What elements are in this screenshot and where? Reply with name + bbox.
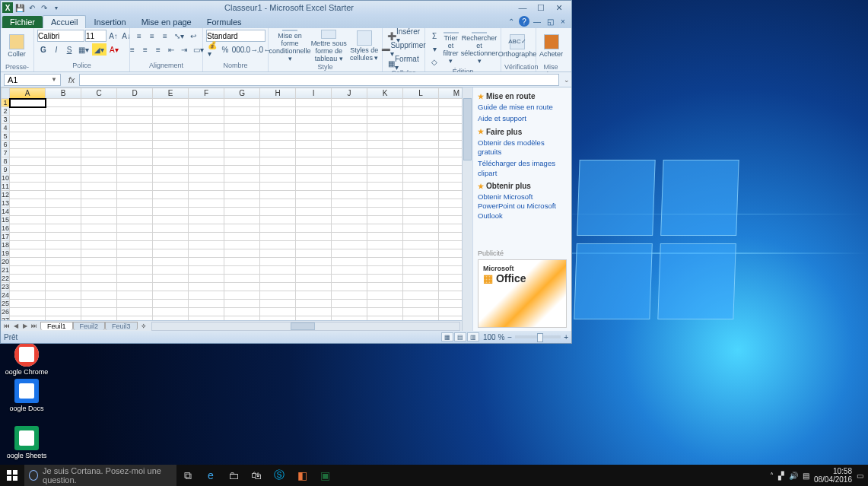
clear-icon[interactable]: ◇	[428, 56, 440, 68]
cell[interactable]	[189, 99, 224, 107]
cell[interactable]	[296, 233, 332, 241]
cell[interactable]	[117, 291, 153, 300]
cell[interactable]	[224, 116, 260, 124]
cell[interactable]	[10, 199, 46, 208]
cell[interactable]	[403, 107, 439, 116]
qat-dropdown-icon[interactable]: ▼	[51, 2, 62, 13]
inc-decimal-icon[interactable]: .0→	[245, 43, 257, 56]
cell[interactable]	[367, 149, 403, 157]
cell[interactable]	[439, 216, 462, 224]
cell[interactable]	[332, 275, 367, 283]
insert-button[interactable]: ➕ Insérer ▾	[385, 30, 422, 42]
app-icon[interactable]: ◧	[291, 465, 313, 486]
cell[interactable]	[153, 216, 189, 224]
cell[interactable]	[153, 157, 189, 166]
cell[interactable]	[224, 124, 260, 132]
cell[interactable]	[224, 166, 260, 174]
view-layout-icon[interactable]: ▤	[454, 332, 466, 341]
cell[interactable]	[117, 191, 153, 199]
titlebar[interactable]: X 💾 ↶ ↷ ▼ Classeur1 - Microsoft Excel St…	[1, 1, 571, 14]
paste-button[interactable]: Coller	[4, 30, 30, 63]
cell[interactable]	[260, 300, 296, 308]
cell[interactable]	[46, 132, 81, 141]
cell[interactable]	[117, 166, 153, 174]
bold-button[interactable]: G	[37, 43, 49, 56]
desktop-icon-docs[interactable]: oogle Docs	[0, 379, 53, 412]
expand-formula-icon[interactable]: ⌄	[562, 76, 571, 84]
cell[interactable]	[367, 199, 403, 208]
cell[interactable]	[10, 283, 46, 291]
select-all-corner[interactable]	[2, 88, 10, 99]
cell[interactable]	[296, 316, 332, 321]
cell[interactable]	[296, 157, 332, 166]
cortana-search[interactable]: Je suis Cortana. Posez-moi une question.	[24, 465, 176, 486]
cell[interactable]	[46, 208, 81, 216]
cell[interactable]	[153, 166, 189, 174]
col-header[interactable]: C	[81, 88, 117, 99]
store-icon[interactable]: 🛍	[245, 465, 268, 486]
cell[interactable]	[81, 174, 117, 183]
cond-format-button[interactable]: Mise en forme conditionnelle ▾	[272, 30, 308, 63]
tray-network-icon[interactable]: ▞	[778, 472, 784, 480]
align-bottom-icon[interactable]: ≡	[159, 30, 171, 42]
cell[interactable]	[189, 174, 224, 183]
align-right-icon[interactable]: ≡	[152, 43, 164, 56]
cell[interactable]	[10, 124, 46, 132]
edge-icon[interactable]: e	[199, 465, 222, 486]
cell[interactable]	[189, 216, 224, 224]
cell[interactable]	[296, 249, 332, 258]
fx-icon[interactable]: fx	[64, 75, 79, 84]
cell[interactable]	[332, 208, 367, 216]
cell[interactable]	[10, 191, 46, 199]
cell[interactable]	[117, 275, 153, 283]
cell[interactable]	[117, 266, 153, 275]
cell[interactable]	[332, 258, 367, 266]
cell[interactable]	[332, 224, 367, 233]
cell[interactable]	[10, 249, 46, 258]
cell[interactable]	[403, 275, 439, 283]
cell[interactable]	[153, 174, 189, 183]
cell[interactable]	[153, 275, 189, 283]
cell[interactable]	[117, 249, 153, 258]
cell[interactable]	[439, 132, 462, 141]
cell[interactable]	[439, 266, 462, 275]
explorer-icon[interactable]: 🗀	[222, 465, 245, 486]
cell[interactable]	[367, 249, 403, 258]
cell[interactable]	[332, 241, 367, 249]
cell[interactable]	[367, 116, 403, 124]
cell[interactable]	[189, 166, 224, 174]
cell[interactable]	[81, 258, 117, 266]
cell[interactable]	[260, 157, 296, 166]
cell[interactable]	[403, 132, 439, 141]
cell[interactable]	[224, 241, 260, 249]
cell[interactable]	[260, 308, 296, 316]
cell[interactable]	[403, 258, 439, 266]
qat-undo-icon[interactable]: ↶	[27, 2, 37, 13]
excel-taskbar-icon[interactable]: ▣	[313, 465, 336, 486]
cell[interactable]	[296, 141, 332, 149]
row-header[interactable]: 16	[2, 224, 10, 233]
zoom-out-icon[interactable]: −	[507, 333, 512, 341]
cell[interactable]	[189, 241, 224, 249]
cell-styles-button[interactable]: Styles de cellules ▾	[349, 30, 379, 63]
cell[interactable]	[332, 308, 367, 316]
cell[interactable]	[260, 124, 296, 132]
cell[interactable]	[332, 107, 367, 116]
cell[interactable]	[332, 199, 367, 208]
cell[interactable]	[367, 157, 403, 166]
row-header[interactable]: 23	[2, 283, 10, 291]
cell[interactable]	[296, 224, 332, 233]
cell[interactable]	[260, 241, 296, 249]
cell[interactable]	[224, 233, 260, 241]
table-format-button[interactable]: Mettre sous forme de tableau ▾	[310, 30, 348, 63]
cell[interactable]	[189, 291, 224, 300]
tray-clock[interactable]: 10:5808/04/2016	[814, 467, 852, 484]
cell[interactable]	[260, 191, 296, 199]
cell[interactable]	[367, 316, 403, 321]
cell[interactable]	[81, 166, 117, 174]
cell[interactable]	[439, 107, 462, 116]
cell[interactable]	[46, 291, 81, 300]
task-view-icon[interactable]: ⧉	[176, 465, 199, 486]
cell[interactable]	[224, 300, 260, 308]
font-color-button[interactable]: A▾	[107, 43, 121, 56]
